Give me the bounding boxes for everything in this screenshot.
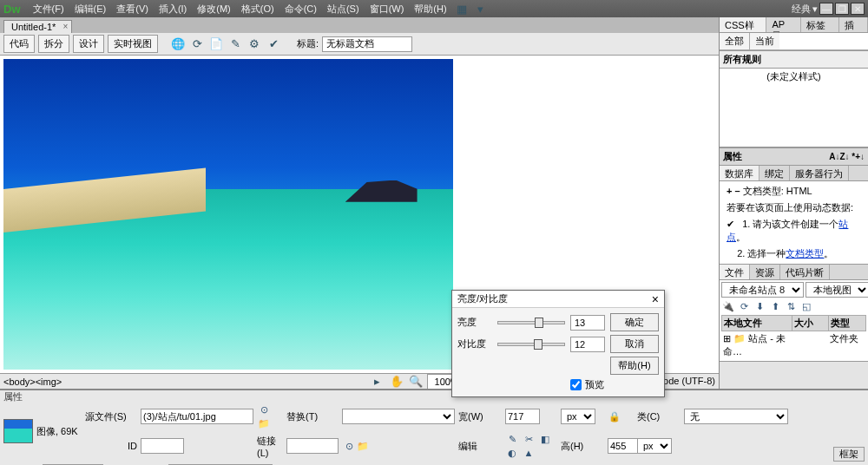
- tab-insert[interactable]: 插入: [839, 17, 868, 32]
- preview-checkbox[interactable]: 预览: [570, 378, 659, 391]
- src-input[interactable]: [141, 409, 253, 424]
- tab-snippets[interactable]: 代码片断: [780, 265, 830, 279]
- tool-icon[interactable]: 📄: [208, 36, 224, 52]
- view-split-button[interactable]: 拆分: [38, 35, 69, 53]
- folder-icon[interactable]: 📁: [257, 416, 271, 430]
- tool-icon[interactable]: ✔: [266, 36, 281, 52]
- menu-modify[interactable]: 修改(M): [194, 3, 234, 16]
- get-icon[interactable]: ⬇: [753, 299, 766, 313]
- lock-icon[interactable]: 🔒: [608, 409, 621, 423]
- css-current-button[interactable]: 当前: [750, 33, 779, 49]
- folder-icon[interactable]: 📁: [356, 439, 370, 453]
- refresh-icon[interactable]: ⟳: [737, 299, 751, 313]
- tool-icon[interactable]: 🌐: [170, 36, 186, 52]
- contrast-input[interactable]: [570, 337, 605, 352]
- menu-view[interactable]: 查看(V): [113, 3, 152, 16]
- site-select[interactable]: 未命名站点 8: [721, 282, 804, 298]
- menu-site[interactable]: 站点(S): [324, 3, 363, 16]
- menu-edit[interactable]: 编辑(E): [71, 3, 110, 16]
- prop-thumbnail: [3, 419, 33, 443]
- h-unit[interactable]: px: [637, 438, 672, 454]
- sync-icon[interactable]: ⇅: [784, 299, 798, 313]
- zoom-icon[interactable]: 🔍: [408, 374, 424, 390]
- connect-icon[interactable]: 🔌: [721, 299, 735, 313]
- restore-button[interactable]: ❐: [835, 3, 849, 15]
- link-input[interactable]: [286, 438, 339, 454]
- menu-file[interactable]: 文件(F): [30, 3, 68, 16]
- title-input[interactable]: [322, 36, 412, 52]
- tab-database[interactable]: 数据库: [720, 166, 760, 180]
- menu-help[interactable]: 帮助(H): [411, 3, 450, 16]
- brightness-slider[interactable]: [497, 321, 565, 324]
- view-code-button[interactable]: 代码: [3, 35, 35, 53]
- tool-icon[interactable]: ⟳: [189, 36, 205, 52]
- dyn-hint: 若要在该页面上使用动态数据:: [723, 200, 865, 216]
- view-live-button[interactable]: 实时视图: [108, 35, 158, 53]
- brightness-label: 亮度: [457, 316, 492, 329]
- tab-tag[interactable]: 标签检: [801, 17, 839, 32]
- tab-server-behaviors[interactable]: 服务器行为: [790, 166, 849, 180]
- view-select[interactable]: 本地视图: [806, 282, 868, 298]
- tool-icon[interactable]: ✎: [227, 36, 243, 52]
- attr-sort-icons[interactable]: A↓Z↓ *+↓: [829, 152, 865, 161]
- edit-label: 编辑: [458, 440, 502, 453]
- point-to-file-icon[interactable]: ⊙: [342, 439, 356, 453]
- document-tab[interactable]: Untitled-1* ×: [3, 20, 72, 33]
- view-design-button[interactable]: 设计: [73, 35, 104, 53]
- hand-icon[interactable]: ✋: [389, 374, 404, 390]
- menu-format[interactable]: 格式(O): [238, 3, 278, 16]
- col-type[interactable]: 类型: [828, 316, 865, 331]
- canvas-image[interactable]: [3, 59, 453, 370]
- tab-ap-elem[interactable]: AP 元: [766, 17, 801, 32]
- frame-panel-tab[interactable]: 框架: [833, 447, 865, 462]
- preview-checkbox-input[interactable]: [570, 379, 582, 390]
- expand-icon[interactable]: ◱: [799, 299, 813, 313]
- cancel-button[interactable]: 取消: [610, 335, 659, 353]
- tab-files[interactable]: 文件: [720, 265, 750, 279]
- menu-insert[interactable]: 插入(I): [155, 3, 190, 16]
- point-to-file-icon[interactable]: ⊙: [257, 403, 271, 416]
- tab-css-styles[interactable]: CSS样式: [720, 17, 766, 32]
- edit-icon[interactable]: ✎: [505, 432, 519, 446]
- menu-window[interactable]: 窗口(W): [366, 3, 408, 16]
- brightness-icon[interactable]: ◐: [505, 447, 519, 461]
- crop-icon[interactable]: ✂: [522, 432, 536, 446]
- menu-command[interactable]: 命令(C): [281, 3, 320, 16]
- close-icon[interactable]: ×: [652, 292, 659, 306]
- brightness-contrast-dialog: 亮度/对比度 × 亮度 确定 对比度 取消 帮助(H) 预览: [451, 290, 665, 397]
- class-label: 类(C): [637, 410, 681, 423]
- w-input[interactable]: [505, 409, 540, 424]
- tab-assets[interactable]: 资源: [750, 265, 780, 279]
- dropdown-icon[interactable]: ▾: [473, 1, 489, 16]
- tab-bindings[interactable]: 绑定: [760, 166, 790, 180]
- id-input[interactable]: [141, 438, 184, 454]
- ok-button[interactable]: 确定: [610, 313, 659, 331]
- class-select[interactable]: 无: [684, 409, 788, 424]
- tool-icon[interactable]: ⚙: [247, 36, 262, 52]
- attr-panel-header[interactable]: 属性 A↓Z↓ *+↓: [720, 147, 868, 166]
- layout-icon[interactable]: ▦: [454, 1, 470, 16]
- pointer-icon[interactable]: ▸: [370, 374, 385, 390]
- sharpen-icon[interactable]: ▲: [522, 446, 536, 460]
- tag-breadcrumb[interactable]: <body><img>: [3, 377, 62, 387]
- put-icon[interactable]: ⬆: [768, 299, 782, 313]
- dialog-titlebar[interactable]: 亮度/对比度 ×: [452, 291, 664, 308]
- alt-select[interactable]: [342, 409, 455, 424]
- minimize-button[interactable]: —: [819, 3, 833, 15]
- doctype-link[interactable]: 文档类型: [786, 248, 824, 259]
- file-row-name[interactable]: ⊞ 📁 站点 - 未命…: [721, 331, 794, 359]
- close-button[interactable]: ✕: [851, 3, 865, 15]
- document-tab-label: Untitled-1*: [11, 22, 56, 32]
- contrast-slider[interactable]: [497, 343, 565, 346]
- css-all-button[interactable]: 全部: [720, 33, 750, 49]
- close-icon[interactable]: ×: [63, 22, 69, 31]
- help-button[interactable]: 帮助(H): [610, 357, 659, 375]
- props-header[interactable]: 属性: [0, 390, 868, 403]
- col-size[interactable]: 大小: [792, 316, 829, 331]
- workspace-label[interactable]: 经典: [792, 3, 811, 16]
- dropdown-icon[interactable]: ▾: [812, 3, 818, 15]
- w-unit[interactable]: px: [561, 409, 595, 424]
- col-localfile[interactable]: 本地文件: [722, 316, 792, 331]
- brightness-input[interactable]: [570, 315, 605, 331]
- resample-icon[interactable]: ◧: [538, 432, 552, 446]
